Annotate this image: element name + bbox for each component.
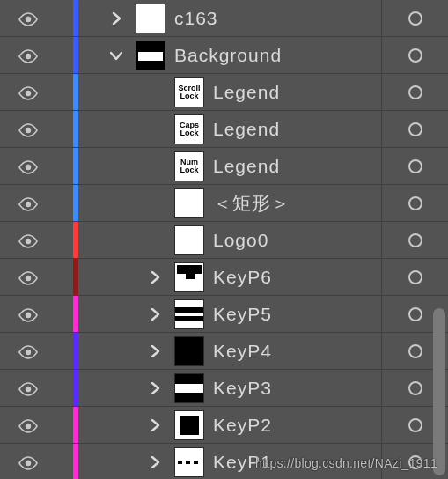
layer-name[interactable]: KeyP1 [213,452,272,473]
visibility-toggle[interactable] [0,123,55,136]
layer-row[interactable]: CapsLockLegend [0,111,448,148]
visibility-toggle[interactable] [0,382,55,394]
visibility-toggle[interactable] [0,234,55,247]
layer-row[interactable]: KeyP1 [0,444,448,479]
layer-color[interactable] [55,148,97,184]
layer-color[interactable] [55,333,97,369]
layer-row[interactable]: KeyP5 [0,296,448,333]
layer-row[interactable]: Logo0 [0,222,448,259]
layer-thumbnail [174,410,204,440]
circle-icon [408,307,422,321]
layer-name[interactable]: Legend [213,119,280,140]
svg-point-10 [26,386,31,391]
color-bar [73,407,78,443]
visibility-toggle[interactable] [0,271,55,284]
visibility-toggle[interactable] [0,308,55,321]
layer-row[interactable]: KeyP2 [0,407,448,444]
chevron-right-icon[interactable] [136,308,174,321]
visibility-toggle[interactable] [0,49,55,62]
layer-row[interactable]: ScrollLockLegend [0,74,448,111]
layer-color[interactable] [55,370,97,406]
layer-content: KeyP2 [97,407,381,443]
visibility-toggle[interactable] [0,456,55,468]
layer-color[interactable] [55,444,97,479]
layer-row[interactable]: KeyP6 [0,259,448,296]
layer-color[interactable] [55,222,97,258]
layer-row[interactable]: ＜矩形＞ [0,185,448,222]
svg-point-3 [26,127,31,132]
svg-point-6 [26,238,31,243]
chevron-right-icon[interactable] [136,345,174,357]
circle-icon [408,270,422,284]
layer-color[interactable] [55,0,97,36]
circle-icon [408,11,422,26]
scrollbar[interactable] [431,0,445,479]
layer-name[interactable]: Logo0 [213,230,268,251]
layer-name[interactable]: KeyP2 [213,415,272,436]
eye-icon [18,86,36,99]
color-bar [73,259,78,295]
scrollbar-thumb[interactable] [433,308,445,475]
chevron-right-icon[interactable] [97,12,136,25]
layer-name[interactable]: Legend [213,82,280,103]
circle-icon [408,196,422,210]
layer-row[interactable]: c163 [0,0,448,37]
chevron-right-icon[interactable] [136,271,174,284]
layer-row[interactable]: KeyP4 [0,333,448,370]
visibility-toggle[interactable] [0,12,55,25]
layer-color[interactable] [55,111,97,147]
color-bar [73,444,78,479]
layer-name[interactable]: KeyP6 [213,267,272,288]
eye-icon [18,123,36,136]
eye-icon [18,271,36,284]
circle-icon [408,48,422,63]
layer-thumbnail [174,299,204,329]
circle-icon [408,233,422,247]
layer-content: Background [97,37,381,73]
layer-name[interactable]: KeyP4 [213,341,272,362]
layer-row[interactable]: KeyP3 [0,370,448,407]
layer-content: KeyP5 [97,296,381,332]
chevron-right-icon[interactable] [136,456,174,468]
visibility-toggle[interactable] [0,345,55,357]
svg-point-9 [26,349,31,354]
layer-name[interactable]: c163 [174,8,218,29]
layer-color[interactable] [55,185,97,221]
layer-color[interactable] [55,259,97,295]
layer-name[interactable]: Background [174,45,282,66]
layer-thumbnail [174,225,204,255]
layer-color[interactable] [55,407,97,443]
svg-point-11 [26,423,31,428]
layer-thumbnail [136,4,165,33]
eye-icon [18,160,36,173]
layer-thumbnail [174,373,204,403]
chevron-right-icon[interactable] [136,382,174,394]
eye-icon [18,345,36,357]
eye-icon [18,419,36,431]
layer-name[interactable]: Legend [213,156,280,177]
layer-thumbnail [174,447,204,477]
color-bar [73,222,78,258]
circle-icon [408,418,422,432]
layer-name[interactable]: KeyP5 [213,304,272,325]
layer-color[interactable] [55,296,97,332]
svg-point-2 [26,90,31,95]
layer-thumbnail: ScrollLock [174,77,204,107]
color-bar [73,148,78,184]
circle-icon [408,122,422,136]
chevron-down-icon[interactable] [97,50,136,61]
circle-icon [408,381,422,395]
layer-name[interactable]: ＜矩形＞ [213,191,290,216]
chevron-right-icon[interactable] [136,419,174,431]
layer-name[interactable]: KeyP3 [213,378,272,399]
visibility-toggle[interactable] [0,160,55,173]
circle-icon [408,455,422,469]
layer-row[interactable]: Background [0,37,448,74]
eye-icon [18,456,36,468]
visibility-toggle[interactable] [0,86,55,99]
layer-color[interactable] [55,37,97,73]
layer-row[interactable]: NumLockLegend [0,148,448,185]
visibility-toggle[interactable] [0,197,55,210]
visibility-toggle[interactable] [0,419,55,431]
layer-color[interactable] [55,74,97,110]
